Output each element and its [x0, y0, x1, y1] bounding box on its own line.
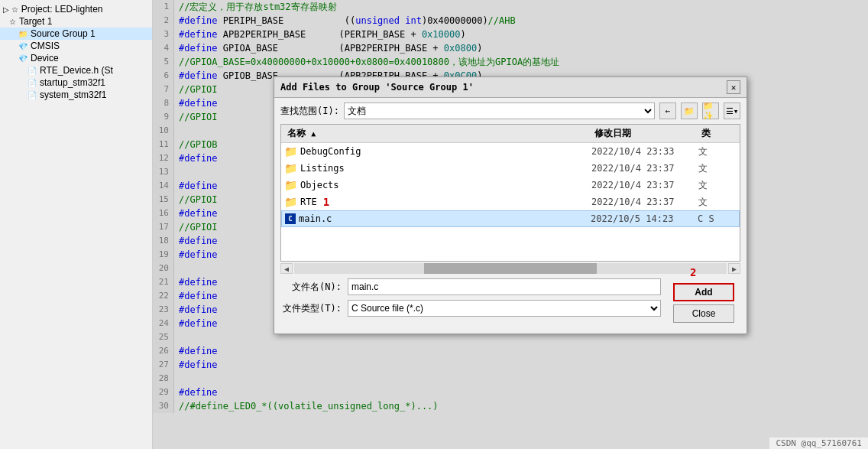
file-list-container: 名称 ▲ 修改日期 类 📁DebugConfig 2022/10/4 23:33…: [280, 124, 740, 262]
rte-annotation: 1: [323, 196, 329, 208]
dialog-close-button[interactable]: ✕: [727, 80, 740, 94]
folder-icon: 📁: [18, 30, 28, 38]
status-text: CSDN @qq_57160761: [776, 438, 862, 448]
scroll-track[interactable]: [294, 263, 727, 274]
file-row-rte[interactable]: 📁 RTE 1 2022/10/4 23:37 文: [281, 194, 740, 210]
status-bar: CSDN @qq_57160761: [769, 438, 868, 449]
sidebar-item-sourcegroup[interactable]: 📁 Source Group 1: [0, 28, 152, 40]
header-name[interactable]: 名称 ▲: [284, 126, 591, 141]
filetype-label: 文件类型(T):: [280, 302, 342, 315]
file-icon-rte: 📄: [28, 67, 37, 75]
filename-input[interactable]: [348, 278, 661, 295]
annotation-2: 2: [690, 266, 696, 278]
file-row-objects[interactable]: 📁Objects 2022/10/4 23:37 文: [281, 177, 740, 194]
filetype-dropdown[interactable]: C Source file (*.c) All files (*.*): [348, 300, 661, 317]
form-fields: 文件名(N): 文件类型(T): C Source file (*.c) All…: [280, 278, 661, 317]
scroll-right-button[interactable]: ▶: [728, 263, 740, 274]
cmsis-icon: 💎: [18, 42, 28, 50]
sidebar-item-startup[interactable]: 📄 startup_stm32f1: [0, 76, 152, 89]
project-icon: ▷ ☆: [3, 5, 18, 14]
new-folder-button[interactable]: 📁✨: [702, 102, 719, 119]
dialog-titlebar: Add Files to Group 'Source Group 1' ✕: [274, 77, 747, 98]
header-date: 修改日期: [591, 126, 698, 141]
file-row-debugconfig[interactable]: 📁DebugConfig 2022/10/4 23:33 文: [281, 143, 740, 160]
add-button[interactable]: Add: [673, 283, 734, 301]
dialog-buttons: 2 Add Close: [667, 278, 740, 327]
dialog-title: Add Files to Group 'Source Group 1': [280, 82, 474, 93]
nav-back-button[interactable]: ←: [659, 102, 676, 119]
file-icon-system: 📄: [28, 91, 37, 99]
sidebar-item-rte[interactable]: 📄 RTE_Device.h (St: [0, 64, 152, 76]
add-files-dialog: Add Files to Group 'Source Group 1' ✕ 查找…: [274, 76, 747, 334]
dialog-toolbar: 查找范围(I): 文档 ← 📁 📁✨ ☰▾: [274, 98, 747, 124]
view-dropdown-button[interactable]: ☰▾: [724, 102, 740, 119]
close-button[interactable]: Close: [673, 304, 734, 323]
code-area: 1 //宏定义，用于存放stm32寄存器映射 2 #define PERIPH_…: [153, 0, 868, 449]
horizontal-scrollbar: ◀ ▶: [280, 262, 740, 275]
scroll-left-button[interactable]: ◀: [280, 263, 293, 274]
filename-row: 文件名(N):: [280, 278, 661, 295]
nav-up-button[interactable]: 📁: [681, 102, 698, 119]
sidebar-item-target[interactable]: ☆ Target 1: [0, 15, 152, 28]
file-icon-startup: 📄: [28, 79, 37, 87]
location-label: 查找范围(I):: [280, 105, 339, 118]
sidebar-item-project[interactable]: ▷ ☆ Project: LED-lighten: [0, 3, 152, 15]
folder-icon-rte: 📁: [284, 196, 297, 208]
location-dropdown[interactable]: 文档: [344, 102, 655, 119]
sidebar-item-device[interactable]: 💎 Device: [0, 52, 152, 64]
sidebar-item-system[interactable]: 📄 system_stm32f1: [0, 89, 152, 101]
device-icon: 💎: [18, 54, 28, 63]
c-file-icon: C: [285, 213, 296, 224]
file-row-mainc[interactable]: C main.c 2022/10/5 14:23 C S: [281, 210, 740, 227]
folder-icon-listings: 📁: [284, 162, 297, 174]
target-icon: ☆: [9, 18, 16, 26]
scroll-thumb: [424, 263, 597, 274]
file-list-header: 名称 ▲ 修改日期 类: [281, 125, 740, 143]
filename-label: 文件名(N):: [280, 281, 342, 294]
file-row-listings[interactable]: 📁Listings 2022/10/4 23:37 文: [281, 160, 740, 177]
dialog-form-bottom: 文件名(N): 文件类型(T): C Source file (*.c) All…: [274, 275, 747, 333]
folder-icon-debugconfig: 📁: [284, 145, 297, 158]
folder-icon-objects: 📁: [284, 179, 297, 191]
sidebar: ▷ ☆ Project: LED-lighten ☆ Target 1 📁 So…: [0, 0, 153, 449]
filetype-row: 文件类型(T): C Source file (*.c) All files (…: [280, 300, 661, 317]
sidebar-item-cmsis[interactable]: 💎 CMSIS: [0, 40, 152, 52]
header-type: 类: [698, 126, 737, 141]
dialog-overlay: Add Files to Group 'Source Group 1' ✕ 查找…: [153, 0, 868, 449]
